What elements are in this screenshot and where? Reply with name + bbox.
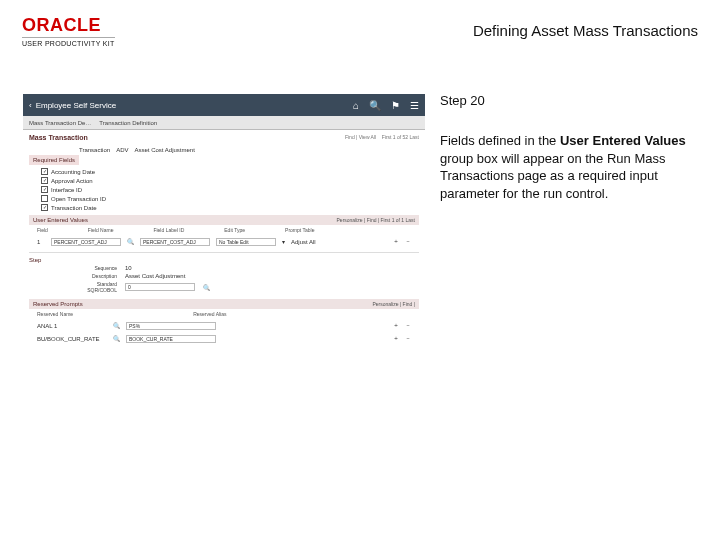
lookup-icon: 🔍 — [203, 284, 210, 291]
uev-col: Field Name — [88, 227, 114, 233]
reserved-prompts-bar: Reserved Prompts Personalize | Find | — [29, 299, 419, 309]
lookup-icon: 🔍 — [127, 238, 134, 245]
uev-col: Field Label ID — [153, 227, 184, 233]
step-instruction: Fields defined in the User Entered Value… — [440, 132, 698, 202]
checkbox-icon: ✓ — [41, 168, 48, 175]
reserved-title: Reserved Prompts — [33, 301, 83, 307]
reserved-tools: Personalize | Find | — [372, 301, 415, 307]
reserved-alias: PS% — [126, 322, 216, 330]
req-field-label: Transaction Date — [51, 205, 96, 211]
uev-edittype: No Table Edit — [216, 238, 276, 246]
home-icon: ⌂ — [353, 100, 359, 111]
find-view-link: Find | View All — [345, 134, 376, 140]
user-entered-values-bar: User Entered Values Personalize | Find |… — [29, 215, 419, 225]
reserved-col: Reserved Alias — [193, 311, 226, 317]
app-title: Employee Self Service — [36, 101, 116, 110]
instr-post: group box will appear on the Run Mass Tr… — [440, 151, 665, 201]
remove-icon: － — [405, 321, 411, 330]
transaction-id: ADV — [116, 147, 128, 153]
uev-header-row: Field Field Name Field Label ID Edit Typ… — [29, 225, 419, 235]
step-label: Step 20 — [440, 93, 698, 108]
search-icon: 🔍 — [369, 100, 381, 111]
req-field-label: Open Transaction ID — [51, 196, 106, 202]
uev-col: Edit Type — [224, 227, 245, 233]
reserved-name: ANAL 1 — [37, 323, 107, 329]
menu-icon: ☰ — [410, 100, 419, 111]
instr-bold: User Entered Values — [560, 133, 686, 148]
uev-col: Field — [37, 227, 48, 233]
uev-fieldname: PERCENT_COST_ADJ — [51, 238, 121, 246]
uev-row: 1 PERCENT_COST_ADJ 🔍 PERCENT_COST_ADJ No… — [29, 235, 419, 248]
uev-col: Prompt Table — [285, 227, 314, 233]
oracle-logo: ORACLE — [22, 16, 115, 34]
page-title: Defining Asset Mass Transactions — [473, 16, 698, 39]
uev-labelid: PERCENT_COST_ADJ — [140, 238, 210, 246]
req-field-label: Interface ID — [51, 187, 82, 193]
app-breadcrumb-bar: Mass Transaction De… Transaction Definit… — [23, 116, 425, 130]
transaction-desc: Asset Cost Adjustment — [134, 147, 194, 153]
checkbox-icon: ✓ — [41, 177, 48, 184]
flag-icon: ⚑ — [391, 100, 400, 111]
remove-icon: － — [405, 334, 411, 343]
uev-tools: Personalize | Find | — [337, 217, 381, 223]
kv-label: Sequence — [69, 265, 117, 271]
chevron-down-icon: ▾ — [282, 238, 285, 245]
checkbox-icon: ✓ — [41, 204, 48, 211]
remove-icon: － — [405, 237, 411, 246]
reserved-alias: BOOK_CUR_RATE — [126, 335, 216, 343]
kv-value: 10 — [125, 265, 195, 271]
checkbox-icon — [41, 195, 48, 202]
transaction-label: Transaction — [79, 147, 110, 153]
brand-block: ORACLE USER PRODUCTIVITY KIT — [22, 16, 115, 47]
add-icon: ＋ — [393, 321, 399, 330]
required-fields-heading: Required Fields — [29, 155, 79, 165]
req-field-label: Accounting Date — [51, 169, 95, 175]
mass-transaction-heading: Mass Transaction — [29, 134, 88, 141]
req-field-label: Approval Action — [51, 178, 93, 184]
reserved-name: BU/BOOK_CUR_RATE — [37, 336, 107, 342]
add-icon: ＋ — [393, 334, 399, 343]
add-icon: ＋ — [393, 237, 399, 246]
upk-subtitle: USER PRODUCTIVITY KIT — [22, 37, 115, 47]
lookup-icon: 🔍 — [113, 322, 120, 329]
kv-label: Description — [69, 273, 117, 279]
reserved-col: Reserved Name — [37, 311, 73, 317]
uev-rowcount: First 1 of 1 Last — [381, 217, 415, 223]
checkbox-icon: ✓ — [41, 186, 48, 193]
app-topbar: ‹ Employee Self Service ⌂ 🔍 ⚑ ☰ — [23, 94, 425, 116]
instruction-column: Step 20 Fields defined in the User Enter… — [440, 93, 698, 352]
uev-prompt: Adjust All — [291, 239, 316, 245]
toolbar-item-1: Mass Transaction De… — [29, 120, 91, 126]
lookup-icon: 🔍 — [113, 335, 120, 342]
step-section-heading: Step — [29, 257, 419, 263]
instr-pre: Fields defined in the — [440, 133, 560, 148]
toolbar-item-2: Transaction Definition — [99, 120, 157, 126]
kv-value: Asset Cost Adjustment — [125, 273, 195, 279]
pager-meta: First 1 of 52 Last — [382, 134, 419, 140]
embedded-app-screenshot: ‹ Employee Self Service ⌂ 🔍 ⚑ ☰ Mass Tra… — [22, 93, 426, 352]
back-icon: ‹ — [29, 101, 32, 110]
uev-title: User Entered Values — [33, 217, 88, 223]
kv-label: Standard SQR/COBOL — [69, 281, 117, 293]
kv-value: 0 — [125, 283, 195, 291]
uev-row-n: 1 — [37, 239, 45, 245]
